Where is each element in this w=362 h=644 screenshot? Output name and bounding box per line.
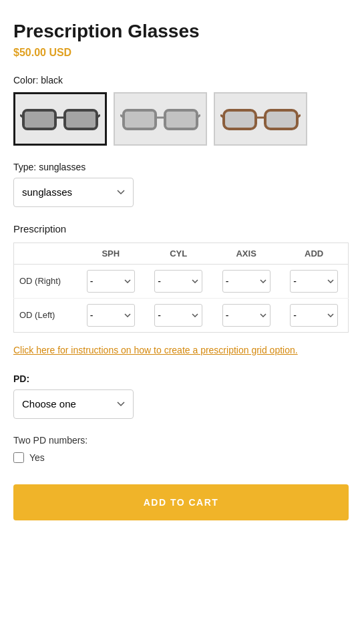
col-cyl: CYL	[145, 243, 212, 264]
col-axis: AXIS	[212, 243, 280, 264]
col-empty	[14, 243, 77, 264]
product-price: $50.00 USD	[13, 47, 349, 59]
od-left-axis-select[interactable]: -1020	[222, 304, 270, 327]
od-left-label: OD (Left)	[14, 298, 77, 332]
prescription-label: Prescription	[13, 223, 349, 234]
type-label-text: Type:	[13, 162, 39, 172]
od-right-axis-select[interactable]: -1020	[222, 270, 270, 293]
od-right-add-select[interactable]: -+0.75+1.00	[290, 270, 338, 293]
type-value: sunglasses	[39, 162, 85, 172]
instruction-link[interactable]: Click here for instructions on how to cr…	[13, 343, 349, 357]
pd-select[interactable]: Choose one Single PD Two PD	[13, 389, 134, 419]
od-left-add[interactable]: -+0.75+1.00	[280, 298, 348, 332]
col-add: ADD	[280, 243, 348, 264]
color-label: Color: black	[13, 75, 349, 86]
svg-rect-10	[166, 112, 196, 128]
add-to-cart-button[interactable]: ADD TO CART	[13, 484, 349, 520]
svg-rect-2	[25, 112, 54, 128]
svg-rect-16	[225, 112, 254, 128]
two-pd-checkbox-label[interactable]: Yes	[29, 452, 45, 463]
od-right-sph-select[interactable]: -+0.25-0.25	[87, 270, 135, 293]
color-swatch-brown[interactable]	[214, 92, 307, 146]
od-right-cyl[interactable]: -+0.25-0.25	[145, 264, 212, 298]
pd-label: PD:	[13, 373, 349, 384]
prescription-table: SPH CYL AXIS ADD OD (Right) -+0.25-0.25 …	[13, 243, 349, 333]
od-left-sph-select[interactable]: -+0.25-0.25	[87, 304, 135, 327]
od-left-sph[interactable]: -+0.25-0.25	[77, 298, 144, 332]
color-swatch-black[interactable]	[13, 92, 107, 146]
od-right-add[interactable]: -+0.75+1.00	[280, 264, 348, 298]
od-right-sph[interactable]: -+0.25-0.25	[77, 264, 144, 298]
two-pd-checkbox[interactable]	[13, 452, 24, 463]
product-title: Prescription Glasses	[13, 20, 349, 43]
type-label: Type: sunglasses	[13, 162, 349, 172]
od-left-cyl[interactable]: -+0.25-0.25	[145, 298, 212, 332]
color-label-text: Color:	[13, 75, 41, 86]
table-row: OD (Right) -+0.25-0.25 -+0.25-0.25 -1020…	[14, 264, 349, 298]
two-pd-checkbox-row: Yes	[13, 452, 349, 463]
od-left-add-select[interactable]: -+0.75+1.00	[290, 304, 338, 327]
color-value: black	[41, 75, 63, 86]
col-sph: SPH	[77, 243, 144, 264]
od-left-axis[interactable]: -1020	[212, 298, 280, 332]
od-right-label: OD (Right)	[14, 264, 77, 298]
table-row: OD (Left) -+0.25-0.25 -+0.25-0.25 -1020 …	[14, 298, 349, 332]
svg-rect-17	[266, 112, 296, 128]
od-right-axis[interactable]: -1020	[212, 264, 280, 298]
od-left-cyl-select[interactable]: -+0.25-0.25	[154, 304, 202, 327]
svg-rect-9	[125, 112, 154, 128]
color-swatches	[13, 92, 349, 146]
od-right-cyl-select[interactable]: -+0.25-0.25	[154, 270, 202, 293]
svg-rect-3	[66, 112, 96, 128]
type-select[interactable]: sunglasses clear transition	[13, 178, 134, 207]
two-pd-label: Two PD numbers:	[13, 435, 349, 446]
color-swatch-gray[interactable]	[114, 92, 207, 146]
